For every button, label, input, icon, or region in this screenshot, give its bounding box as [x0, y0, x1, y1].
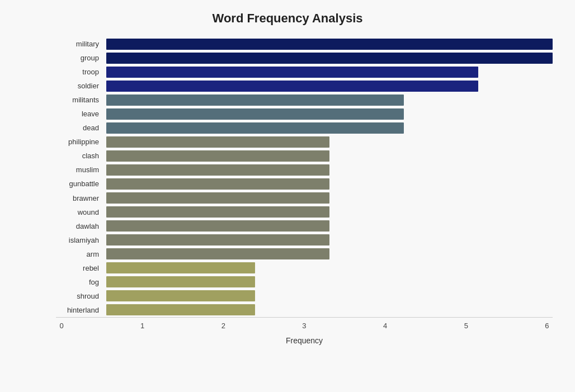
chart-container: Word Frequency Analysis militarygrouptro…	[0, 0, 575, 392]
bar-label: gunbattle	[56, 180, 103, 188]
bar-label: dawlah	[56, 222, 103, 230]
bar-label: arm	[56, 250, 103, 258]
bar-fill	[106, 95, 404, 106]
x-tick: 6	[541, 322, 553, 330]
bar-fill	[106, 178, 329, 190]
bar-track	[106, 150, 553, 162]
bar-track	[106, 206, 553, 218]
bar-label: soldier	[56, 82, 103, 90]
bar-fill	[106, 248, 329, 259]
bar-row: group	[56, 52, 553, 64]
bar-track	[106, 192, 553, 204]
bar-row: dawlah	[56, 220, 553, 232]
bar-fill	[106, 136, 329, 148]
bar-row: hinterland	[56, 304, 553, 316]
bar-label: leave	[56, 110, 103, 118]
bar-track	[106, 262, 553, 273]
bar-track	[106, 290, 553, 301]
bar-row: troop	[56, 66, 553, 78]
bar-label: group	[56, 54, 103, 62]
bar-fill	[106, 108, 404, 120]
bar-row: military	[56, 38, 553, 50]
bar-label: islamiyah	[56, 236, 103, 244]
bar-row: dead	[56, 122, 553, 134]
bar-fill	[106, 290, 255, 301]
bar-row: muslim	[56, 164, 553, 176]
chart-title: Word Frequency Analysis	[22, 11, 553, 26]
bar-label: wound	[56, 208, 103, 216]
x-tick: 5	[460, 322, 472, 330]
x-ticks-container: 0123456	[56, 322, 553, 330]
bar-row: leave	[56, 108, 553, 120]
bar-track	[106, 53, 553, 64]
bar-label: clash	[56, 152, 103, 160]
bar-fill	[106, 164, 329, 176]
bar-track	[106, 248, 553, 259]
x-tick: 1	[137, 322, 148, 330]
bar-fill	[106, 150, 329, 162]
bar-row: rebel	[56, 262, 553, 274]
bar-track	[106, 122, 553, 134]
bar-track	[106, 108, 553, 120]
bar-track	[106, 164, 553, 176]
bar-row: gunbattle	[56, 178, 553, 190]
bar-fill	[106, 206, 329, 218]
bar-label: hinterland	[56, 306, 103, 314]
bar-label: fog	[56, 278, 103, 286]
bar-fill	[106, 81, 478, 92]
bar-fill	[106, 262, 255, 273]
bar-fill	[106, 39, 553, 50]
bar-track	[106, 234, 553, 245]
bar-fill	[106, 304, 255, 315]
bar-row: wound	[56, 206, 553, 218]
bar-track	[106, 304, 553, 315]
bar-row: brawner	[56, 192, 553, 204]
bar-fill	[106, 192, 329, 204]
bar-track	[106, 276, 553, 287]
bar-track	[106, 95, 553, 106]
bar-track	[106, 67, 553, 78]
bar-row: islamiyah	[56, 234, 553, 246]
bar-label: philippine	[56, 138, 103, 146]
bar-track	[106, 178, 553, 190]
bar-label: muslim	[56, 166, 103, 174]
x-axis-line	[56, 317, 553, 318]
x-tick: 2	[218, 322, 229, 330]
bar-row: soldier	[56, 80, 553, 92]
bar-label: shroud	[56, 292, 103, 300]
x-tick: 4	[380, 322, 391, 330]
bar-fill	[106, 276, 255, 287]
bar-row: clash	[56, 150, 553, 162]
bar-track	[106, 39, 553, 50]
x-axis-label: Frequency	[56, 336, 553, 345]
bar-track	[106, 136, 553, 148]
bar-fill	[106, 53, 553, 64]
bar-fill	[106, 67, 478, 78]
bar-fill	[106, 122, 404, 134]
bar-row: shroud	[56, 290, 553, 302]
bar-fill	[106, 234, 329, 245]
bar-label: military	[56, 40, 103, 48]
bar-fill	[106, 220, 329, 232]
x-axis: 0123456 Frequency	[56, 317, 553, 345]
bar-row: philippine	[56, 136, 553, 148]
x-tick: 3	[299, 322, 310, 330]
bar-label: brawner	[56, 194, 103, 202]
bar-track	[106, 81, 553, 92]
x-tick: 0	[56, 322, 67, 330]
bar-label: rebel	[56, 264, 103, 272]
bar-row: fog	[56, 276, 553, 288]
bar-label: dead	[56, 124, 103, 132]
bars-area: militarygrouptroopsoldiermilitantsleaved…	[56, 37, 553, 317]
bar-label: militants	[56, 96, 103, 104]
bar-track	[106, 220, 553, 232]
bar-row: arm	[56, 248, 553, 260]
bar-row: militants	[56, 94, 553, 106]
bar-label: troop	[56, 68, 103, 76]
